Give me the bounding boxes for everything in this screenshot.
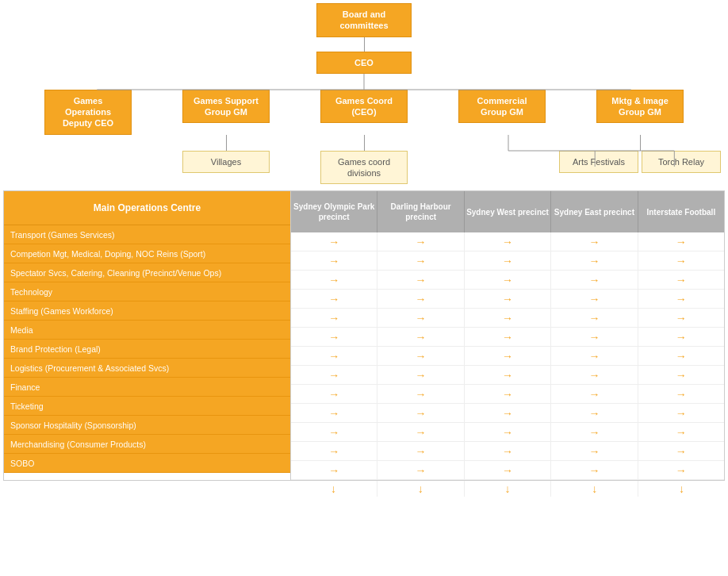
label-row-7: Logistics (Procurement & Associated Svcs… bbox=[4, 359, 290, 378]
arrow-cell-2-0: → bbox=[291, 271, 377, 289]
down-arrow-0: ↓ bbox=[290, 481, 377, 497]
arrow-row-1: →→→→→ bbox=[291, 252, 724, 271]
arrow-cell-2-1: → bbox=[377, 271, 464, 289]
arrow-cell-9-0: → bbox=[291, 404, 377, 422]
arrow-cell-1-4: → bbox=[638, 252, 724, 270]
dept-row-container: Games Operations Deputy CEO Games Suppor… bbox=[3, 90, 725, 135]
arrow-cell-7-0: → bbox=[291, 366, 377, 384]
arrow-cell-5-3: → bbox=[551, 328, 638, 346]
arrow-cell-11-0: → bbox=[291, 442, 377, 460]
label-row-4: Staffing (Games Workforce) bbox=[4, 301, 290, 321]
label-row-5: Media bbox=[4, 321, 290, 340]
arrow-rows: →→→→→→→→→→→→→→→→→→→→→→→→→→→→→→→→→→→→→→→→… bbox=[291, 232, 724, 480]
main-ops-header: Main Operations Centre bbox=[4, 191, 290, 225]
arrow-cell-8-0: → bbox=[291, 385, 377, 403]
arrow-row-7: →→→→→ bbox=[291, 366, 724, 385]
down-arrows-row: ↓↓↓↓↓ bbox=[290, 481, 725, 497]
arrow-cell-7-3: → bbox=[551, 366, 638, 384]
arrow-cell-3-2: → bbox=[465, 290, 551, 308]
dept-node-2: Games Coord (CEO) bbox=[317, 90, 411, 135]
sub-row-container: Villages Games coord divisions Arts Fest… bbox=[3, 135, 725, 185]
page: Board and committees CEO Games Operation… bbox=[0, 0, 728, 500]
arrow-cell-12-2: → bbox=[465, 461, 551, 479]
label-row-0: Transport (Games Services) bbox=[4, 225, 290, 244]
right-section: Sydney Olympic Park precinctDarling Harb… bbox=[291, 191, 724, 480]
label-row-9: Ticketing bbox=[4, 397, 290, 416]
arrow-cell-3-1: → bbox=[377, 290, 464, 308]
dept-node-0: Games Operations Deputy CEO bbox=[41, 90, 135, 135]
dept-box-2: Games Coord (CEO) bbox=[320, 90, 408, 124]
label-rows: Transport (Games Services)Competion Mgt,… bbox=[4, 225, 290, 473]
dept-box-1: Games Support Group GM bbox=[182, 90, 270, 124]
arrow-row-9: →→→→→ bbox=[291, 404, 724, 423]
arrow-cell-4-4: → bbox=[638, 309, 724, 327]
arrow-cell-0-0: → bbox=[291, 232, 377, 251]
arrow-cell-1-1: → bbox=[377, 252, 464, 270]
arrow-cell-12-4: → bbox=[638, 461, 724, 479]
arrow-cell-2-3: → bbox=[551, 271, 638, 289]
label-row-1: Competion Mgt, Medical, Doping, NOC Rein… bbox=[4, 244, 290, 263]
sub-spacer-3 bbox=[458, 135, 546, 185]
label-row-2: Spectator Svcs, Catering, Cleaning (Prec… bbox=[4, 263, 290, 282]
sub-node-villages: Villages bbox=[182, 135, 270, 185]
arrow-cell-10-3: → bbox=[551, 423, 638, 441]
arrow-cell-12-3: → bbox=[551, 461, 638, 479]
arrow-cell-1-2: → bbox=[465, 252, 551, 270]
precinct-header-3: Sydney East precinct bbox=[551, 191, 638, 232]
sub-node-arts: Arts Festivals Torch Relay bbox=[596, 135, 684, 185]
arrow-cell-10-0: → bbox=[291, 423, 377, 441]
arrow-cell-5-1: → bbox=[377, 328, 464, 346]
precinct-header-0: Sydney Olympic Park precinct bbox=[291, 191, 377, 232]
down-arrow-4: ↓ bbox=[638, 481, 725, 497]
precinct-header-1: Darling Harbour precinct bbox=[377, 191, 464, 232]
dept-node-4: Mktg & Image Group GM bbox=[593, 90, 687, 135]
arrow-cell-3-4: → bbox=[638, 290, 724, 308]
arrow-cell-7-2: → bbox=[465, 366, 551, 384]
arrow-row-11: →→→→→ bbox=[291, 442, 724, 461]
label-row-6: Brand Protection (Legal) bbox=[4, 340, 290, 359]
arrow-cell-0-2: → bbox=[465, 232, 551, 251]
label-row-3: Technology bbox=[4, 282, 290, 301]
arrow-row-10: →→→→→ bbox=[291, 423, 724, 442]
arrow-cell-5-0: → bbox=[291, 328, 377, 346]
arrow-cell-2-2: → bbox=[465, 271, 551, 289]
ceo-box: CEO bbox=[316, 52, 412, 74]
label-row-12: SOBO bbox=[4, 454, 290, 473]
arrow-row-4: →→→→→ bbox=[291, 309, 724, 328]
arrow-row-0: →→→→→ bbox=[291, 232, 724, 252]
arrow-cell-8-4: → bbox=[638, 385, 724, 403]
arrow-cell-11-2: → bbox=[465, 442, 551, 460]
arrow-cell-11-3: → bbox=[551, 442, 638, 460]
arrow-row-6: →→→→→ bbox=[291, 347, 724, 366]
arrow-cell-5-4: → bbox=[638, 328, 724, 346]
dept-node-1: Games Support Group GM bbox=[179, 90, 273, 135]
arrow-cell-11-1: → bbox=[377, 442, 464, 460]
arrow-cell-10-1: → bbox=[377, 423, 464, 441]
sub-spacer-0 bbox=[44, 135, 132, 185]
arrow-cell-9-2: → bbox=[465, 404, 551, 422]
precinct-headers: Sydney Olympic Park precinctDarling Harb… bbox=[291, 191, 724, 232]
arrow-cell-4-0: → bbox=[291, 309, 377, 327]
arrow-cell-6-1: → bbox=[377, 347, 464, 365]
arrow-cell-8-2: → bbox=[465, 385, 551, 403]
arrow-cell-7-4: → bbox=[638, 366, 724, 384]
arrow-cell-0-3: → bbox=[551, 232, 638, 251]
arrow-cell-2-4: → bbox=[638, 271, 724, 289]
arrow-cell-6-0: → bbox=[291, 347, 377, 365]
arrow-cell-8-3: → bbox=[551, 385, 638, 403]
arrow-cell-11-4: → bbox=[638, 442, 724, 460]
arrow-cell-4-2: → bbox=[465, 309, 551, 327]
dept-node-3: Commercial Group GM bbox=[455, 90, 549, 135]
arrow-cell-1-3: → bbox=[551, 252, 638, 270]
arrow-row-12: →→→→→ bbox=[291, 461, 724, 480]
label-row-11: Merchandising (Consumer Products) bbox=[4, 435, 290, 454]
arrow-cell-9-3: → bbox=[551, 404, 638, 422]
arrow-cell-5-2: → bbox=[465, 328, 551, 346]
arrow-cell-9-4: → bbox=[638, 404, 724, 422]
arrow-cell-3-3: → bbox=[551, 290, 638, 308]
arrow-cell-6-3: → bbox=[551, 347, 638, 365]
sub-box-gamescoord: Games coord divisions bbox=[320, 151, 408, 185]
sub-box-torch: Torch Relay bbox=[642, 151, 721, 173]
precinct-header-2: Sydney West precinct bbox=[465, 191, 551, 232]
arrow-row-8: →→→→→ bbox=[291, 385, 724, 404]
